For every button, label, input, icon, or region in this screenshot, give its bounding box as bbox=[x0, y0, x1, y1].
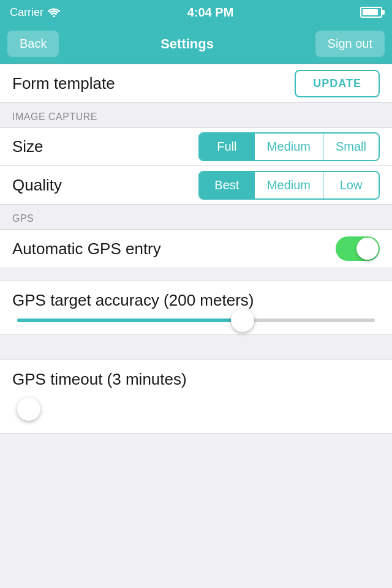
form-template-section: Form template UPDATE bbox=[0, 64, 392, 103]
status-time: 4:04 PM bbox=[187, 6, 234, 20]
automatic-gps-toggle[interactable] bbox=[336, 236, 380, 261]
size-segmented: Full Medium Small bbox=[198, 132, 380, 161]
quality-best-button[interactable]: Best bbox=[200, 172, 255, 198]
carrier-wifi: Carrier bbox=[10, 6, 61, 19]
nav-title: Settings bbox=[160, 36, 214, 52]
automatic-gps-row: Automatic GPS entry bbox=[0, 230, 392, 268]
size-full-button[interactable]: Full bbox=[200, 134, 255, 160]
spacer1 bbox=[0, 268, 392, 281]
quality-medium-button[interactable]: Medium bbox=[255, 172, 323, 198]
gps-timeout-label: GPS timeout (3 minutes) bbox=[12, 370, 380, 389]
svg-point-0 bbox=[53, 15, 55, 17]
gps-accuracy-label: GPS target accuracy (200 meters) bbox=[12, 291, 380, 310]
form-template-label: Form template bbox=[12, 74, 115, 93]
size-small-button[interactable]: Small bbox=[323, 134, 379, 160]
quality-row: Quality Best Medium Low bbox=[0, 166, 392, 204]
image-capture-section: Size Full Medium Small Quality Best Medi… bbox=[0, 127, 392, 205]
sign-out-button[interactable]: Sign out bbox=[315, 31, 385, 57]
timeout-slider[interactable] bbox=[12, 398, 380, 421]
spacer2 bbox=[0, 335, 392, 347]
image-capture-header: IMAGE CAPTURE bbox=[0, 103, 392, 127]
carrier-label: Carrier bbox=[10, 6, 43, 19]
nav-bar: Back Settings Sign out bbox=[0, 24, 392, 64]
gps-header: GPS bbox=[0, 205, 392, 229]
settings-content: Form template UPDATE IMAGE CAPTURE Size … bbox=[0, 64, 392, 434]
quality-label: Quality bbox=[12, 176, 62, 195]
size-row: Size Full Medium Small bbox=[0, 128, 392, 166]
timeout-slider-thumb[interactable] bbox=[17, 398, 40, 421]
automatic-gps-label: Automatic GPS entry bbox=[12, 239, 161, 258]
gps-accuracy-section: GPS target accuracy (200 meters) bbox=[0, 281, 392, 335]
form-template-row: Form template UPDATE bbox=[0, 64, 392, 102]
quality-segmented: Best Medium Low bbox=[198, 171, 380, 200]
back-button[interactable]: Back bbox=[7, 31, 59, 57]
gps-section: Automatic GPS entry bbox=[0, 229, 392, 268]
quality-low-button[interactable]: Low bbox=[323, 172, 379, 198]
size-label: Size bbox=[12, 137, 43, 156]
gps-accuracy-slider[interactable] bbox=[17, 318, 375, 322]
wifi-icon bbox=[47, 7, 61, 17]
slider-thumb[interactable] bbox=[231, 309, 254, 332]
gps-timeout-section: GPS timeout (3 minutes) bbox=[0, 360, 392, 434]
update-button[interactable]: UPDATE bbox=[295, 70, 380, 97]
battery-indicator bbox=[360, 7, 382, 18]
slider-fill bbox=[17, 318, 243, 322]
status-bar: Carrier 4:04 PM bbox=[0, 0, 392, 24]
size-medium-button[interactable]: Medium bbox=[255, 134, 323, 160]
toggle-thumb bbox=[356, 238, 379, 260]
